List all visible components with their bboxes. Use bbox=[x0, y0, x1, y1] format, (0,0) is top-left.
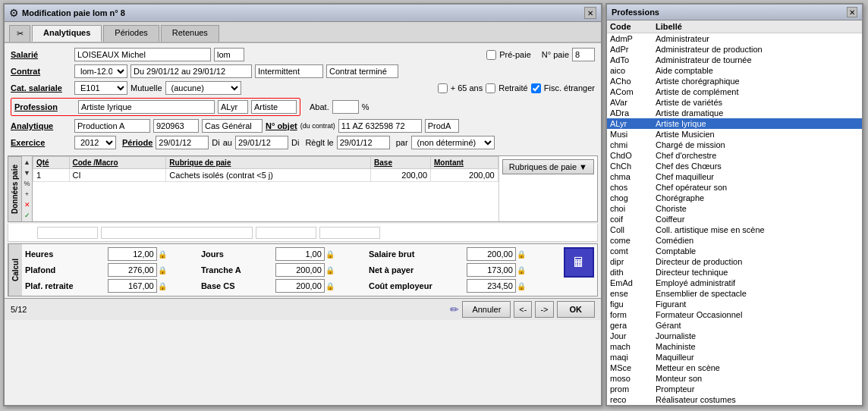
add-icon[interactable]: + bbox=[23, 190, 32, 199]
calculator-button[interactable]: 🖩 bbox=[564, 247, 594, 278]
periode-from-input[interactable] bbox=[156, 136, 209, 149]
cat-select[interactable]: E101 bbox=[74, 81, 127, 95]
abat-input[interactable] bbox=[332, 100, 359, 114]
salarie-name-input[interactable] bbox=[74, 48, 211, 61]
tab-analytiques[interactable]: Analytiques bbox=[32, 25, 102, 42]
arrow-up-icon[interactable]: ▲ bbox=[23, 158, 32, 167]
prof-list-item[interactable]: Coll Coll. artistique mise en scène bbox=[607, 224, 862, 235]
contrat-du-input[interactable] bbox=[131, 64, 252, 78]
regle-input[interactable] bbox=[337, 136, 390, 149]
prof-list-item[interactable]: ALyr Artiste lyrique bbox=[607, 118, 862, 129]
delete-icon[interactable]: ✕ bbox=[23, 200, 32, 209]
prof-list-item[interactable]: reco Réalisateur costumes bbox=[607, 394, 862, 405]
prof-list-item[interactable]: ChdO Chef d'orchestre bbox=[607, 150, 862, 161]
jours-input[interactable] bbox=[275, 247, 325, 261]
bottom-input-1[interactable] bbox=[37, 227, 98, 239]
prof-list-item[interactable]: chmi Chargé de mission bbox=[607, 140, 862, 150]
prev-button[interactable]: <- bbox=[514, 301, 532, 318]
prof-list-item[interactable]: ense Ensemblier de spectacle bbox=[607, 288, 862, 299]
prof-list-item[interactable]: comt Comptable bbox=[607, 246, 862, 256]
prof-list-item[interactable]: AVar Artiste de variétés bbox=[607, 97, 862, 108]
prof-list-item[interactable]: AdPr Administrateur de production bbox=[607, 44, 862, 55]
prof-list-item[interactable]: chma Chef maquilleur bbox=[607, 171, 862, 182]
prof-list-item[interactable]: AdTo Administrateur de tournée bbox=[607, 55, 862, 65]
fisc-checkbox[interactable] bbox=[531, 83, 541, 93]
prof-list-item[interactable]: dipr Directeur de production bbox=[607, 256, 862, 267]
prof-list-item[interactable]: ACho Artiste chorégraphique bbox=[607, 76, 862, 86]
prof-list-item[interactable]: ADra Artiste dramatique bbox=[607, 108, 862, 118]
retraite-checkbox[interactable] bbox=[486, 83, 495, 93]
prof-list[interactable]: AdmP Administrateur AdPr Administrateur … bbox=[607, 33, 862, 405]
rubriques-button[interactable]: Rubriques de paie ▼ bbox=[502, 159, 594, 174]
profession-art-input[interactable] bbox=[251, 100, 297, 114]
prof-list-item[interactable]: come Comédien bbox=[607, 235, 862, 246]
analytique-input[interactable] bbox=[74, 119, 150, 133]
prof-list-item[interactable]: AdmP Administrateur bbox=[607, 33, 862, 44]
tab-retenues[interactable]: Retenues bbox=[161, 25, 219, 42]
net-input[interactable] bbox=[467, 263, 516, 277]
periode-to-input[interactable] bbox=[235, 136, 288, 149]
prof-list-item[interactable]: ACom Artiste de complément bbox=[607, 86, 862, 97]
prof-list-item[interactable]: dith Directeur technique bbox=[607, 267, 862, 278]
salaire-input[interactable] bbox=[467, 247, 516, 261]
mutuelle-select[interactable]: (aucune) bbox=[165, 81, 241, 95]
plaf-ret-input[interactable] bbox=[108, 279, 157, 293]
prof-list-item[interactable]: prom Prompteur bbox=[607, 384, 862, 394]
tab-icon[interactable]: ✂ bbox=[9, 25, 30, 42]
prof-list-item[interactable]: gera Gérant bbox=[607, 320, 862, 331]
cout-input[interactable] bbox=[467, 279, 516, 293]
bottom-input-4[interactable] bbox=[319, 227, 380, 239]
prof-list-item[interactable]: coif Coiffeur bbox=[607, 214, 862, 224]
di1: Di bbox=[212, 138, 219, 147]
check-icon[interactable]: ✓ bbox=[23, 211, 32, 220]
nobj-input[interactable] bbox=[338, 119, 422, 133]
analytique-cas-input[interactable] bbox=[202, 119, 263, 133]
analytique-num-input[interactable] bbox=[153, 119, 199, 133]
npaie-input[interactable] bbox=[572, 48, 595, 61]
ok-button[interactable]: OK bbox=[557, 301, 596, 318]
prof-list-item[interactable]: aico Aide comptable bbox=[607, 65, 862, 76]
proda-input[interactable] bbox=[425, 119, 459, 133]
prof-list-item[interactable]: mach Machiniste bbox=[607, 341, 862, 352]
prof-list-item[interactable]: EmAd Employé administratif bbox=[607, 278, 862, 288]
donnees-side: Données paie bbox=[8, 156, 22, 221]
heures-input[interactable] bbox=[108, 247, 157, 261]
prof-libelle: Artiste de complément bbox=[656, 87, 859, 96]
profession-input[interactable] bbox=[78, 100, 215, 114]
pre-paie-checkbox[interactable] bbox=[486, 50, 496, 60]
bottom-input-3[interactable] bbox=[256, 227, 316, 239]
bottom-input-2[interactable] bbox=[101, 227, 253, 239]
base-cs-input[interactable] bbox=[275, 279, 325, 293]
table-row[interactable]: 1 CI Cachets isolés (contrat <5 j) 200,0… bbox=[33, 169, 498, 182]
percent-icon[interactable]: % bbox=[23, 179, 32, 188]
prof-list-item[interactable]: moso Monteur son bbox=[607, 373, 862, 384]
prof-list-item[interactable]: form Formateur Occasionnel bbox=[607, 309, 862, 320]
contrat-select[interactable]: lom-12.01 bbox=[74, 64, 127, 78]
salarie-code-input[interactable] bbox=[214, 48, 244, 61]
plus65-checkbox[interactable] bbox=[438, 83, 448, 93]
arrow-down-icon[interactable]: ▼ bbox=[23, 168, 32, 177]
tab-periodes[interactable]: Périodes bbox=[103, 25, 159, 42]
prof-list-item[interactable]: Jour Journaliste bbox=[607, 331, 862, 341]
cancel-button[interactable]: Annuler bbox=[462, 301, 511, 318]
prof-close-button[interactable]: ✕ bbox=[847, 7, 857, 17]
next-button[interactable]: -> bbox=[535, 301, 553, 318]
prof-libelle: Employé administratif bbox=[656, 278, 859, 287]
base-cs-group: 🔒 bbox=[275, 279, 366, 293]
par-select[interactable]: (non déterminé) bbox=[411, 136, 495, 149]
prof-libelle: Gérant bbox=[656, 321, 859, 330]
prof-list-item[interactable]: figu Figurant bbox=[607, 299, 862, 309]
calcul-section: Calcul Heures 🔒 Jours 🔒 Salaire brut 🔒 P… bbox=[8, 243, 598, 296]
prof-list-item[interactable]: choi Choriste bbox=[607, 203, 862, 214]
prof-list-item[interactable]: chog Chorégraphe bbox=[607, 193, 862, 203]
prof-list-item[interactable]: maqi Maquilleur bbox=[607, 352, 862, 362]
prof-list-item[interactable]: chos Chef opérateur son bbox=[607, 182, 862, 193]
profession-code-input[interactable] bbox=[218, 100, 248, 114]
prof-list-item[interactable]: Musi Artiste Musicien bbox=[607, 129, 862, 140]
prof-list-item[interactable]: MSce Metteur en scène bbox=[607, 362, 862, 373]
main-close-button[interactable]: ✕ bbox=[584, 7, 596, 19]
tranche-input[interactable] bbox=[275, 263, 325, 277]
plafond-input[interactable] bbox=[108, 263, 157, 277]
exercice-select[interactable]: 2012 bbox=[74, 136, 116, 149]
prof-list-item[interactable]: ChCh Chef des Chœurs bbox=[607, 161, 862, 171]
